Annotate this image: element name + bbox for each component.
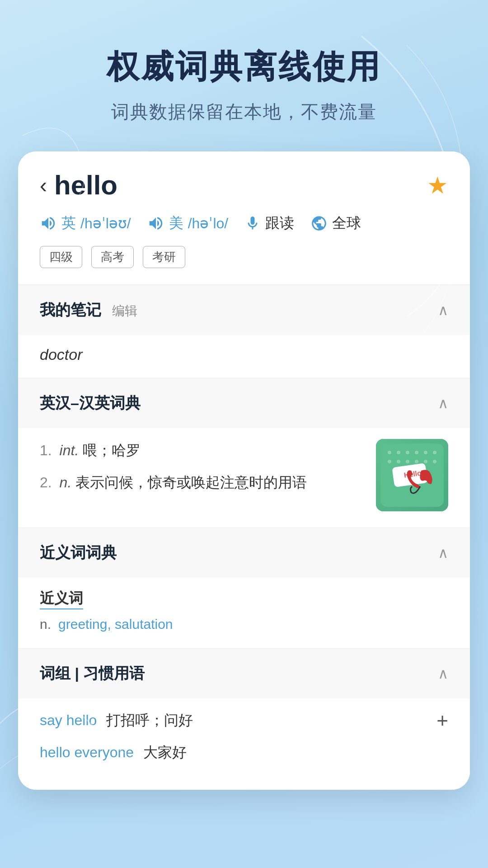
pron-en-ipa: /həˈləʊ/: [80, 215, 131, 232]
svg-point-4: [415, 451, 418, 454]
dict-item-1: 1. int. 喂；哈罗: [40, 439, 367, 462]
tags-row: 四级 高考 考研: [40, 246, 448, 268]
word-with-back: ‹ hello: [40, 170, 117, 201]
back-button[interactable]: ‹: [40, 175, 47, 196]
dict-text-2: 表示问候，惊奇或唤起注意时的用语: [75, 474, 307, 491]
dictionary-section: 英汉–汉英词典 ∧ 1. int. 喂；哈罗 2. n. 表示问候，惊奇或唤起注…: [18, 378, 470, 528]
dict-num-1: 1.: [40, 442, 52, 458]
phrase-1-text[interactable]: say hello: [40, 712, 97, 728]
hero-title: 权威词典离线使用: [18, 45, 470, 89]
notes-section-title: 我的笔记: [40, 301, 101, 318]
svg-point-2: [397, 451, 400, 454]
pron-us-label: 美: [169, 213, 183, 233]
synonym-chevron-icon: ∧: [438, 544, 448, 561]
follow-label: 跟读: [265, 213, 294, 233]
favorite-star-icon[interactable]: ★: [427, 172, 448, 199]
dictionary-card: ‹ hello ★ 英 /həˈləʊ/ 美 /həˈlo: [18, 151, 470, 790]
pron-en-label: 英: [61, 213, 76, 233]
pronunciation-row: 英 /həˈləʊ/ 美 /həˈlo/ 跟读: [40, 213, 448, 233]
synonym-content: 近义词 n. greeting, salutation: [18, 578, 470, 648]
dict-definitions: 1. int. 喂；哈罗 2. n. 表示问候，惊奇或唤起注意时的用语: [40, 439, 367, 503]
phrase-row-2: hello everyone 大家好: [40, 743, 448, 763]
phrase-row-1: say hello 打招呼；问好 +: [40, 709, 448, 732]
svg-point-3: [406, 451, 409, 454]
svg-point-6: [433, 451, 436, 454]
phrase-row-2-text: hello everyone 大家好: [40, 743, 187, 763]
hero-section: 权威词典离线使用 词典数据保留在本地，不费流量: [0, 0, 488, 151]
word-header: ‹ hello ★ 英 /həˈləʊ/ 美 /həˈlo: [18, 151, 470, 285]
pron-us-ipa: /həˈlo/: [188, 215, 228, 232]
dict-num-2: 2.: [40, 474, 52, 491]
dict-pos-1: int.: [60, 442, 79, 458]
notes-content: doctor: [18, 335, 470, 378]
hello-image-svg: Hello: [380, 443, 444, 507]
phrase-1-meaning: 打招呼；问好: [106, 712, 193, 728]
dict-hello-image: Hello: [376, 439, 448, 511]
synonym-row: n. greeting, salutation: [40, 617, 448, 632]
tag-cet4: 四级: [40, 246, 82, 268]
word-nav-row: ‹ hello ★: [40, 170, 448, 201]
synonym-pos: n.: [40, 617, 51, 632]
phrases-chevron-icon: ∧: [438, 665, 448, 682]
global-item[interactable]: 全球: [310, 213, 361, 233]
svg-point-1: [388, 451, 391, 454]
svg-point-7: [388, 460, 391, 463]
dictionary-section-title: 英汉–汉英词典: [40, 393, 141, 414]
phrase-row-1-text: say hello 打招呼；问好: [40, 711, 193, 731]
phrases-section-header[interactable]: 词组 | 习惯用语 ∧: [18, 649, 470, 698]
phrases-section: 词组 | 习惯用语 ∧ say hello 打招呼；问好 + hello eve…: [18, 648, 470, 790]
speaker-en-icon: [40, 215, 57, 232]
synonym-section-header[interactable]: 近义词词典 ∧: [18, 528, 470, 578]
synonym-section-title: 近义词词典: [40, 542, 117, 563]
dict-item-2: 2. n. 表示问候，惊奇或唤起注意时的用语: [40, 471, 367, 494]
notes-section: 我的笔记 编辑 ∧ doctor: [18, 285, 470, 378]
notes-chevron-icon: ∧: [438, 302, 448, 319]
synonym-words: greeting, salutation: [58, 617, 173, 632]
notes-edit-button[interactable]: 编辑: [112, 304, 137, 318]
svg-point-9: [406, 460, 409, 463]
dictionary-section-header[interactable]: 英汉–汉英词典 ∧: [18, 378, 470, 428]
svg-point-12: [433, 460, 436, 463]
synonym-label: 近义词: [40, 589, 83, 609]
global-label: 全球: [332, 213, 361, 233]
notes-title-area: 我的笔记 编辑: [40, 300, 137, 321]
dict-pos-2: n.: [60, 474, 72, 491]
svg-point-11: [424, 460, 427, 463]
pron-us-item[interactable]: 美 /həˈlo/: [147, 213, 228, 233]
phrase-2-meaning: 大家好: [143, 744, 187, 760]
phrase-2-text[interactable]: hello everyone: [40, 744, 134, 760]
dict-text-1: 喂；哈罗: [83, 442, 141, 458]
tag-gaokao: 高考: [91, 246, 134, 268]
mic-icon: [244, 215, 261, 231]
follow-read-item[interactable]: 跟读: [244, 213, 294, 233]
global-icon: [310, 215, 328, 232]
phrases-section-title: 词组 | 习惯用语: [40, 663, 145, 684]
phrase-1-add-button[interactable]: +: [436, 709, 448, 732]
svg-point-10: [415, 460, 418, 463]
notes-section-header[interactable]: 我的笔记 编辑 ∧: [18, 285, 470, 335]
synonym-section: 近义词词典 ∧ 近义词 n. greeting, salutation: [18, 528, 470, 648]
phrases-content: say hello 打招呼；问好 + hello everyone 大家好: [18, 698, 470, 790]
note-word-text: doctor: [40, 346, 83, 363]
dictionary-chevron-icon: ∧: [438, 395, 448, 412]
hero-subtitle: 词典数据保留在本地，不费流量: [18, 99, 470, 124]
pron-en-item[interactable]: 英 /həˈləʊ/: [40, 213, 131, 233]
svg-point-8: [397, 460, 400, 463]
dictionary-content: 1. int. 喂；哈罗 2. n. 表示问候，惊奇或唤起注意时的用语: [18, 428, 470, 528]
speaker-us-icon: [147, 215, 164, 232]
svg-point-5: [424, 451, 427, 454]
tag-kaoyan: 考研: [143, 246, 185, 268]
word-title: hello: [54, 170, 117, 201]
